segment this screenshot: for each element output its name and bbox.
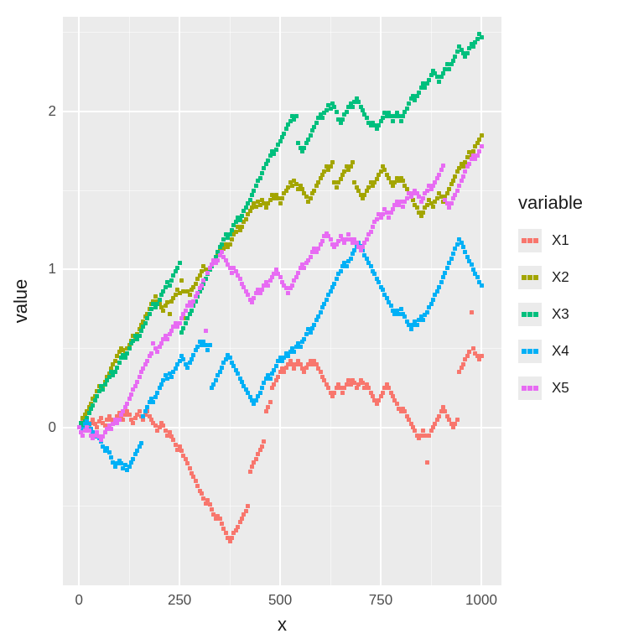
data-point — [268, 400, 273, 404]
data-point — [95, 430, 99, 434]
data-point — [244, 205, 248, 210]
data-point — [335, 185, 339, 190]
data-point — [230, 237, 234, 242]
data-point — [351, 160, 355, 164]
data-point — [185, 316, 190, 320]
data-point — [117, 418, 122, 422]
data-point — [299, 345, 303, 349]
data-point — [387, 386, 391, 390]
data-point — [178, 321, 182, 325]
data-point — [174, 366, 178, 371]
legend-key — [518, 340, 542, 363]
data-point — [178, 444, 182, 449]
data-point — [455, 189, 460, 193]
data-point — [361, 245, 365, 249]
data-point — [366, 386, 371, 390]
data-point — [320, 239, 325, 243]
data-point — [423, 86, 427, 90]
data-point — [264, 205, 268, 210]
data-point — [260, 444, 264, 449]
data-point — [231, 364, 236, 368]
data-point — [355, 241, 359, 245]
data-point — [312, 125, 316, 129]
data-point — [143, 409, 148, 413]
data-point — [131, 457, 135, 461]
data-point — [190, 304, 194, 308]
data-point — [278, 201, 283, 205]
data-point — [181, 326, 185, 330]
data-point — [415, 205, 419, 210]
data-point — [246, 391, 250, 395]
data-point — [421, 196, 425, 200]
legend-label: X4 — [552, 343, 569, 360]
legend-item: X2 — [518, 266, 583, 289]
data-point — [230, 228, 234, 232]
data-point — [319, 310, 323, 314]
legend-label: X5 — [552, 380, 569, 397]
data-point — [117, 361, 122, 365]
data-point — [274, 364, 278, 368]
data-point — [159, 382, 164, 387]
data-point — [326, 386, 330, 390]
data-point — [385, 296, 389, 300]
data-point — [356, 100, 361, 104]
data-point — [302, 146, 306, 150]
data-point — [195, 291, 200, 295]
data-point — [169, 375, 174, 379]
data-point — [179, 278, 184, 283]
data-point — [465, 255, 470, 259]
data-point — [221, 527, 226, 531]
data-point — [413, 428, 417, 433]
data-point — [455, 49, 460, 54]
data-point — [282, 132, 286, 136]
data-point — [220, 522, 224, 526]
data-point — [475, 275, 480, 279]
legend-item: X5 — [518, 377, 583, 400]
data-point — [242, 285, 246, 289]
data-point — [439, 168, 444, 172]
data-point — [399, 119, 403, 123]
data-point — [439, 280, 444, 284]
data-point — [143, 321, 148, 325]
x-tick-label: 1000 — [465, 592, 497, 609]
data-point — [240, 214, 244, 218]
data-point — [447, 261, 451, 265]
data-point — [252, 189, 256, 193]
data-point — [77, 425, 81, 429]
data-point — [194, 479, 198, 483]
data-point — [467, 162, 471, 166]
data-point — [220, 366, 224, 370]
data-point — [282, 370, 286, 374]
data-point — [365, 237, 369, 242]
data-point — [129, 392, 133, 397]
data-point — [276, 375, 280, 379]
data-point — [224, 258, 228, 262]
data-point — [300, 187, 304, 191]
data-point — [369, 264, 373, 268]
data-point — [258, 176, 262, 180]
data-point — [441, 71, 445, 75]
data-point — [113, 370, 117, 374]
data-point — [401, 179, 405, 183]
data-point — [278, 275, 283, 279]
data-point — [330, 160, 335, 164]
data-point — [339, 269, 343, 273]
data-point — [349, 257, 353, 261]
data-point — [314, 121, 319, 125]
data-point — [471, 267, 475, 272]
data-point — [179, 316, 184, 320]
data-point — [99, 416, 103, 420]
data-point — [471, 149, 475, 153]
data-point — [188, 466, 192, 470]
data-point — [316, 314, 320, 319]
data-point — [254, 457, 258, 461]
data-point — [131, 421, 135, 425]
data-point — [198, 273, 202, 278]
data-point — [425, 460, 429, 465]
data-point — [141, 414, 145, 418]
data-point — [470, 310, 474, 314]
data-point — [437, 173, 441, 177]
data-point — [105, 446, 109, 450]
data-point — [465, 354, 470, 358]
data-point — [123, 356, 127, 360]
